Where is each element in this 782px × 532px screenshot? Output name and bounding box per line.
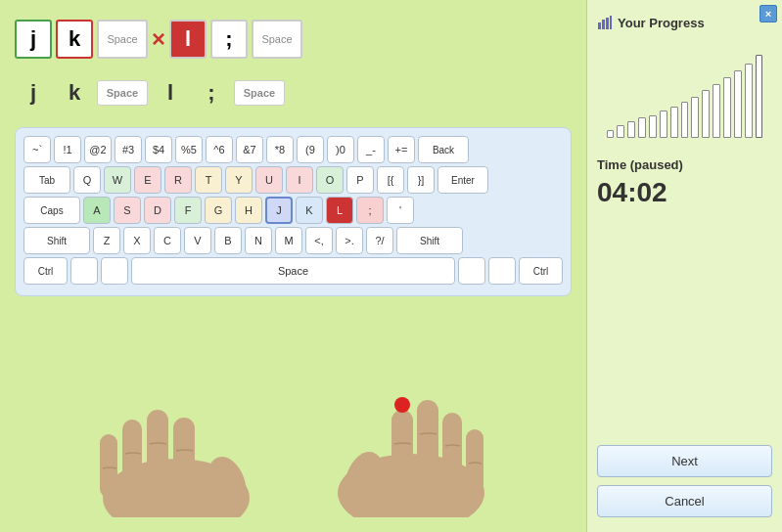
key-fn2[interactable]: [101, 257, 128, 285]
time-label: Time (paused): [597, 157, 683, 172]
key-b[interactable]: B: [214, 227, 242, 254]
key-m[interactable]: M: [275, 227, 302, 254]
key-period[interactable]: >.: [336, 227, 363, 254]
key-2[interactable]: @2: [84, 136, 112, 163]
key-x[interactable]: X: [123, 227, 151, 254]
chart-bar-11: [723, 77, 731, 138]
key-v[interactable]: V: [184, 227, 211, 254]
key-w[interactable]: W: [104, 166, 131, 194]
svg-rect-8: [391, 410, 413, 493]
key-o[interactable]: O: [316, 166, 344, 194]
key-c[interactable]: C: [154, 227, 181, 254]
char2-j: j: [15, 74, 52, 111]
char-semicolon1: ;: [210, 20, 248, 59]
key-1[interactable]: !1: [54, 136, 81, 163]
key-n[interactable]: N: [245, 227, 272, 254]
key-r[interactable]: R: [164, 166, 192, 194]
key-semicolon[interactable]: ;: [356, 197, 384, 224]
key-y[interactable]: Y: [225, 166, 253, 194]
key-z[interactable]: Z: [93, 227, 120, 254]
key-9[interactable]: (9: [297, 136, 324, 163]
key-s[interactable]: S: [114, 197, 141, 224]
key-j[interactable]: J: [265, 197, 293, 224]
key-enter[interactable]: Enter: [437, 166, 488, 194]
chart-bar-5: [660, 111, 667, 138]
sidebar: × Your Progress Time (paused) 04:02 Next…: [586, 0, 782, 532]
key-k[interactable]: K: [296, 197, 323, 224]
chart-bar-10: [713, 84, 720, 138]
svg-rect-14: [602, 20, 605, 29]
key-fn1[interactable]: [70, 257, 98, 285]
chart-bar-7: [681, 102, 689, 138]
key-ctrl-right[interactable]: Ctrl: [519, 257, 563, 285]
key-caps[interactable]: Caps: [23, 197, 80, 224]
key-tab[interactable]: Tab: [23, 166, 70, 194]
key-g[interactable]: G: [205, 197, 232, 224]
sidebar-buttons: Next Cancel: [597, 445, 772, 517]
key-3[interactable]: #3: [115, 136, 142, 163]
svg-rect-10: [442, 413, 462, 493]
chart-bar-1: [617, 125, 624, 138]
chart-bar-0: [607, 130, 615, 139]
word-display-row2: j k Space l ; Space: [15, 73, 572, 112]
key-fn3[interactable]: [458, 257, 485, 285]
keyboard: ~` !1 @2 #3 $4 %5 ^6 &7 *8 (9 )0 _- += B…: [15, 127, 572, 296]
svg-rect-13: [598, 22, 601, 29]
char-j-green: j: [15, 20, 52, 59]
char-l-redbg: l: [169, 20, 207, 59]
key-equals[interactable]: +=: [388, 136, 415, 163]
key-q[interactable]: Q: [73, 166, 101, 194]
chart-bar-4: [649, 115, 657, 138]
cancel-button[interactable]: Cancel: [597, 485, 772, 517]
key-8[interactable]: *8: [266, 136, 294, 163]
key-slash[interactable]: ?/: [366, 227, 393, 254]
char2-l: l: [152, 74, 189, 111]
key-6[interactable]: ^6: [206, 136, 233, 163]
svg-rect-9: [417, 400, 438, 493]
svg-rect-3: [147, 410, 168, 498]
key-i[interactable]: I: [286, 166, 313, 194]
key-7[interactable]: &7: [236, 136, 263, 163]
key-shift-left[interactable]: Shift: [23, 227, 90, 254]
svg-point-12: [394, 397, 410, 413]
svg-rect-4: [173, 418, 195, 498]
key-quote[interactable]: ': [387, 197, 414, 224]
key-space[interactable]: Space: [131, 257, 455, 285]
key-e[interactable]: E: [134, 166, 161, 194]
chart-bar-8: [691, 97, 699, 139]
key-a[interactable]: A: [83, 197, 111, 224]
key-rbracket[interactable]: }]: [407, 166, 435, 194]
key-p[interactable]: P: [346, 166, 374, 194]
progress-chart: [607, 40, 763, 138]
key-5[interactable]: %5: [175, 136, 203, 163]
key-fn4[interactable]: [488, 257, 516, 285]
key-tilde[interactable]: ~`: [23, 136, 51, 163]
char2-k: k: [56, 74, 93, 111]
close-button[interactable]: ×: [759, 5, 777, 22]
key-4[interactable]: $4: [145, 136, 172, 163]
key-row-asdf: Caps A S D F G H J K L ; ': [23, 197, 563, 224]
key-h[interactable]: H: [235, 197, 262, 224]
key-lbracket[interactable]: [{: [377, 166, 404, 194]
next-button[interactable]: Next: [597, 445, 772, 477]
svg-rect-1: [100, 434, 117, 498]
char2-semicolon: ;: [193, 74, 230, 111]
hands-area: [15, 301, 572, 517]
key-shift-right[interactable]: Shift: [396, 227, 463, 254]
progress-title: Your Progress: [597, 15, 705, 30]
key-minus[interactable]: _-: [357, 136, 385, 163]
chart-bar-12: [734, 70, 742, 138]
key-ctrl-left[interactable]: Ctrl: [23, 257, 68, 285]
char-space1: Space: [97, 20, 148, 59]
key-d[interactable]: D: [144, 197, 171, 224]
key-row-zxcv: Shift Z X C V B N M <, >. ?/ Shift: [23, 227, 563, 254]
key-back[interactable]: Back: [418, 136, 469, 163]
key-comma[interactable]: <,: [305, 227, 333, 254]
svg-rect-2: [122, 420, 142, 498]
key-t[interactable]: T: [195, 166, 222, 194]
key-u[interactable]: U: [255, 166, 283, 194]
key-0[interactable]: )0: [327, 136, 354, 163]
key-l[interactable]: L: [326, 197, 353, 224]
chart-bar-2: [627, 121, 635, 138]
key-f[interactable]: F: [174, 197, 202, 224]
